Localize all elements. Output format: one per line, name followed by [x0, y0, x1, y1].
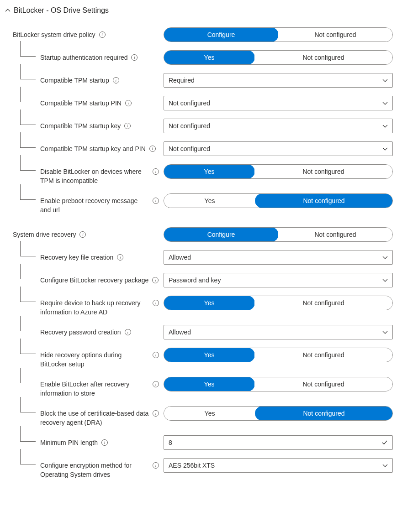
- toggle-option-yes[interactable]: Yes: [164, 194, 255, 208]
- label-backup-aad: Require device to back up recovery infor…: [40, 298, 149, 317]
- info-icon[interactable]: i: [99, 31, 106, 38]
- toggle-option-yes[interactable]: Yes: [164, 377, 255, 391]
- dropdown-recovery-key-file[interactable]: Allowed: [164, 250, 393, 265]
- chevron-down-icon: [382, 123, 388, 129]
- toggle-startup-auth[interactable]: Yes Not configured: [164, 50, 393, 65]
- info-icon[interactable]: i: [153, 198, 159, 204]
- toggle-option-yes[interactable]: Yes: [164, 296, 255, 310]
- label-recovery-pwd: Recovery password creation: [40, 328, 121, 337]
- dropdown-enc-method[interactable]: AES 256bit XTS: [164, 458, 393, 473]
- chevron-up-icon: [5, 7, 11, 14]
- info-icon[interactable]: i: [125, 329, 131, 335]
- row-recovery-key-file: Recovery key file creation i Allowed: [3, 250, 393, 265]
- toggle-option-not-configured[interactable]: Not configured: [255, 193, 393, 208]
- row-backup-aad: Require device to back up recovery infor…: [3, 296, 393, 317]
- info-icon[interactable]: i: [124, 123, 131, 129]
- info-icon[interactable]: i: [79, 231, 86, 238]
- input-value: 8: [169, 439, 172, 446]
- tree-connector: [20, 449, 36, 464]
- tree-connector: [20, 287, 36, 302]
- toggle-disable-no-tpm[interactable]: Yes Not configured: [164, 164, 393, 179]
- chevron-down-icon: [382, 255, 388, 260]
- label-tpm-key: Compatible TPM startup key: [40, 121, 121, 130]
- label-disable-no-tpm: Disable BitLocker on devices where TPM i…: [40, 167, 149, 185]
- toggle-option-configure[interactable]: Configure: [164, 227, 279, 242]
- label-system-drive-recovery: System drive recovery: [13, 230, 76, 239]
- info-icon[interactable]: i: [125, 100, 132, 106]
- toggle-option-not-configured[interactable]: Not configured: [254, 51, 392, 64]
- row-recovery-pwd: Recovery password creation i Allowed: [3, 325, 393, 339]
- section-header[interactable]: BitLocker - OS Drive Settings: [3, 6, 393, 15]
- toggle-block-dra[interactable]: Yes Not configured: [164, 406, 393, 421]
- info-icon[interactable]: i: [153, 462, 159, 469]
- label-enable-after-store: Enable BitLocker after recovery informat…: [40, 380, 149, 398]
- toggle-option-yes[interactable]: Yes: [164, 164, 255, 179]
- toggle-option-not-configured[interactable]: Not configured: [254, 165, 392, 178]
- toggle-hide-recovery[interactable]: Yes Not configured: [164, 348, 393, 362]
- toggle-option-not-configured[interactable]: Not configured: [254, 377, 392, 391]
- label-recovery-pkg: Configure BitLocker recovery package: [40, 276, 148, 285]
- label-preboot-msg: Enable preboot recovery message and url: [40, 196, 149, 214]
- tree-connector: [20, 87, 36, 102]
- dropdown-value: Password and key: [169, 276, 221, 284]
- info-icon[interactable]: i: [113, 77, 119, 83]
- toggle-enable-after-store[interactable]: Yes Not configured: [164, 377, 393, 391]
- info-icon[interactable]: i: [153, 168, 159, 175]
- label-recovery-key-file: Recovery key file creation: [40, 253, 113, 262]
- info-icon[interactable]: i: [153, 300, 159, 306]
- dropdown-value: Not configured: [169, 145, 210, 152]
- tree-connector: [20, 184, 36, 200]
- toggle-preboot-msg[interactable]: Yes Not configured: [164, 193, 393, 208]
- toggle-backup-aad[interactable]: Yes Not configured: [164, 296, 393, 310]
- toggle-option-not-configured[interactable]: Not configured: [255, 406, 393, 421]
- info-icon[interactable]: i: [153, 410, 159, 417]
- row-disable-no-tpm: Disable BitLocker on devices where TPM i…: [3, 164, 393, 185]
- row-hide-recovery: Hide recovery options during BitLocker s…: [3, 348, 393, 369]
- toggle-system-drive-recovery[interactable]: Configure Not configured: [164, 227, 393, 242]
- input-min-pin[interactable]: 8: [164, 435, 393, 450]
- dropdown-value: Not configured: [169, 122, 210, 130]
- info-icon[interactable]: i: [131, 54, 138, 61]
- info-icon[interactable]: i: [101, 439, 108, 446]
- chevron-down-icon: [382, 146, 388, 151]
- info-icon[interactable]: i: [117, 254, 123, 261]
- dropdown-recovery-pwd[interactable]: Allowed: [164, 325, 393, 339]
- dropdown-value: Allowed: [169, 329, 191, 336]
- toggle-option-yes[interactable]: Yes: [164, 348, 255, 362]
- toggle-option-yes[interactable]: Yes: [164, 50, 255, 65]
- label-system-drive-policy: BitLocker system drive policy: [13, 30, 95, 39]
- toggle-option-not-configured[interactable]: Not configured: [278, 28, 392, 42]
- row-preboot-msg: Enable preboot recovery message and url …: [3, 193, 393, 214]
- label-tpm-startup: Compatible TPM startup: [40, 76, 109, 85]
- chevron-down-icon: [382, 463, 388, 468]
- tree-connector: [20, 368, 36, 383]
- toggle-option-not-configured[interactable]: Not configured: [254, 296, 392, 310]
- dropdown-recovery-pkg[interactable]: Password and key: [164, 273, 393, 287]
- chevron-down-icon: [382, 78, 388, 83]
- tree-connector: [20, 397, 36, 412]
- label-tpm-key-pin: Compatible TPM startup key and PIN: [40, 144, 146, 153]
- info-icon[interactable]: i: [153, 352, 159, 358]
- label-block-dra: Block the use of certificate-based data …: [40, 409, 149, 427]
- toggle-system-drive-policy[interactable]: Configure Not configured: [164, 27, 393, 42]
- row-block-dra: Block the use of certificate-based data …: [3, 406, 393, 427]
- dropdown-tpm-key-pin[interactable]: Not configured: [164, 141, 393, 156]
- info-icon[interactable]: i: [153, 381, 159, 387]
- tree-connector: [20, 132, 36, 148]
- dropdown-tpm-pin[interactable]: Not configured: [164, 96, 393, 110]
- tree-connector: [20, 426, 36, 442]
- toggle-option-not-configured[interactable]: Not configured: [278, 228, 392, 241]
- dropdown-tpm-key[interactable]: Not configured: [164, 119, 393, 133]
- chevron-down-icon: [382, 100, 388, 106]
- toggle-option-configure[interactable]: Configure: [164, 27, 279, 42]
- toggle-option-not-configured[interactable]: Not configured: [254, 348, 392, 362]
- dropdown-value: Required: [169, 77, 195, 84]
- dropdown-tpm-startup[interactable]: Required: [164, 73, 393, 88]
- info-icon[interactable]: i: [152, 277, 159, 283]
- info-icon[interactable]: i: [149, 146, 156, 152]
- row-tpm-key-pin: Compatible TPM startup key and PIN i Not…: [3, 141, 393, 156]
- label-tpm-pin: Compatible TPM startup PIN: [40, 99, 122, 108]
- row-tpm-pin: Compatible TPM startup PIN i Not configu…: [3, 96, 393, 110]
- section-title: BitLocker - OS Drive Settings: [14, 6, 109, 15]
- toggle-option-yes[interactable]: Yes: [164, 407, 255, 420]
